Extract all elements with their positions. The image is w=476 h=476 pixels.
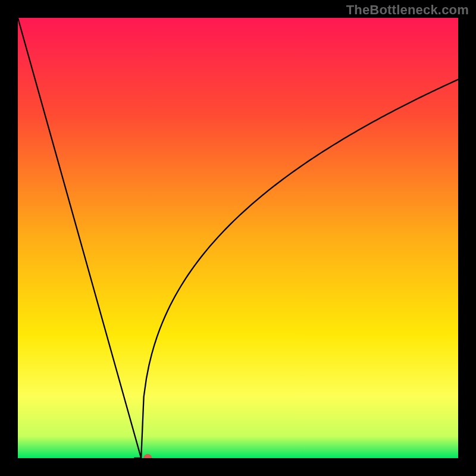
chart-frame: TheBottleneck.com	[0, 0, 476, 476]
watermark-text: TheBottleneck.com	[346, 2, 469, 18]
plot-background	[18, 18, 458, 458]
chart-plot	[18, 18, 458, 458]
